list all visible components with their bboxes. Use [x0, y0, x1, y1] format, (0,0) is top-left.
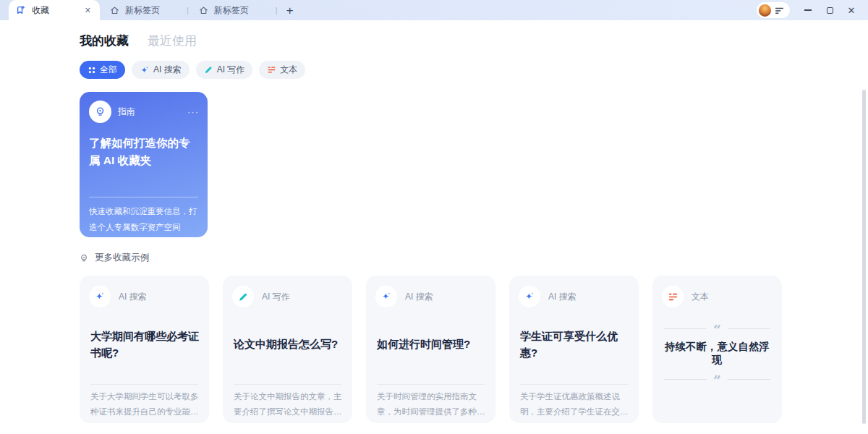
close-button[interactable]: ✕	[842, 1, 861, 19]
filter-text[interactable]: 文本	[259, 61, 305, 79]
card-title: 如何进行时间管理?	[377, 313, 486, 375]
grid-icon	[88, 66, 96, 75]
card-icon-circle	[89, 286, 111, 307]
tab-new-tab-1[interactable]: 新标签页	[100, 0, 187, 20]
tab-label: 新标签页	[214, 4, 249, 17]
collection-card-text[interactable]: 文本 “ 持续不断，意义自然浮现 ”	[652, 276, 782, 423]
minimize-icon	[804, 9, 812, 11]
card-type-label: AI 搜索	[548, 291, 576, 303]
guide-card-divider	[89, 197, 198, 197]
divider-line	[664, 328, 707, 329]
guide-card-title: 了解如何打造你的专属 AI 收藏夹	[89, 135, 199, 169]
filter-label: 全部	[100, 64, 117, 76]
menu-icon[interactable]	[775, 6, 784, 15]
quote-close-row: ”	[664, 375, 770, 383]
profile-menu[interactable]	[757, 2, 790, 18]
quote-block: “ 持续不断，意义自然浮现 ”	[664, 325, 770, 383]
card-description: 关于学生证优惠政策概述说明，主要介绍了学生证在交通、娱乐、...	[520, 389, 630, 420]
open-quote-icon: “	[713, 325, 721, 332]
tab-recently-used[interactable]: 最近使用	[148, 33, 197, 49]
browser-tab-bar: 收藏 ✕ 新标签页 | 新标签页 | +	[0, 0, 868, 20]
quote-text: 持续不断，意义自然浮现	[664, 341, 770, 367]
page-header: 我的收藏 最近使用	[80, 33, 197, 49]
new-tab-button[interactable]: +	[286, 4, 294, 17]
card-title: 大学期间有哪些必考证书呢?	[90, 313, 200, 375]
sparkle-icon	[140, 65, 150, 75]
avatar[interactable]	[759, 4, 771, 17]
divider-line	[664, 379, 707, 380]
card-divider	[90, 384, 198, 385]
minimize-button[interactable]	[799, 1, 817, 19]
window-controls: ✕	[799, 1, 861, 19]
text-lines-icon	[668, 292, 678, 302]
card-divider	[234, 384, 341, 385]
filter-label: AI 搜索	[153, 64, 182, 76]
collection-card[interactable]: AI 写作 论文中期报告怎么写? 关于论文中期报告的文章，主要介绍了撰写论文中期…	[223, 276, 352, 423]
section-title: 更多收藏示例	[95, 252, 149, 264]
divider-line	[728, 379, 770, 380]
lightbulb-outline-icon	[79, 253, 89, 263]
card-header: AI 写作	[223, 276, 352, 307]
tab-label: 新标签页	[125, 4, 160, 17]
guide-badge-circle	[89, 101, 111, 123]
card-header: AI 搜索	[509, 276, 639, 307]
pen-icon	[204, 65, 213, 75]
divider-line	[728, 328, 770, 329]
card-type-label: AI 写作	[262, 291, 290, 303]
card-header: AI 搜索	[80, 276, 209, 307]
card-type-label: AI 搜索	[405, 291, 433, 303]
card-title: 学生证可享受什么优惠?	[520, 313, 629, 375]
card-type-label: 文本	[692, 291, 709, 303]
card-description: 关于时间管理的实用指南文章，为时间管理提供了多种方法和技巧...	[377, 389, 487, 420]
card-divider	[377, 384, 485, 385]
pen-icon	[238, 292, 249, 302]
more-options-icon[interactable]: ···	[187, 106, 199, 117]
guide-badge-label: 指南	[118, 106, 135, 118]
close-quote-icon: ”	[713, 375, 721, 383]
sparkle-icon	[380, 291, 392, 302]
card-description: 关于论文中期报告的文章，主要介绍了撰写论文中期报告的目的、...	[234, 389, 344, 420]
collection-card[interactable]: AI 搜索 大学期间有哪些必考证书呢? 关于大学期间学生可以考取多种证书来提升自…	[80, 276, 209, 423]
maximize-icon	[827, 7, 833, 14]
card-header: AI 搜索	[366, 276, 495, 307]
sparkle-icon	[94, 291, 106, 302]
card-header: 文本	[652, 276, 782, 307]
card-icon-circle	[375, 286, 397, 307]
tab-divider: |	[276, 6, 278, 14]
card-icon-circle	[232, 286, 254, 307]
filter-ai-search[interactable]: AI 搜索	[132, 61, 190, 79]
filter-label: 文本	[280, 64, 297, 76]
example-cards: AI 搜索 大学期间有哪些必考证书呢? 关于大学期间学生可以考取多种证书来提升自…	[80, 276, 782, 423]
card-type-label: AI 搜索	[119, 291, 147, 303]
text-lines-icon	[267, 65, 276, 75]
filter-label: AI 写作	[217, 64, 245, 76]
filter-all[interactable]: 全部	[80, 61, 125, 79]
lightbulb-icon	[94, 106, 106, 118]
bookmark-icon	[16, 5, 26, 15]
sparkle-icon	[524, 291, 535, 302]
home-icon	[199, 6, 208, 15]
card-description: 关于大学期间学生可以考取多种证书来提升自己的专业能力和就业...	[90, 389, 200, 420]
scrollbar[interactable]	[862, 90, 866, 424]
guide-card-description: 快速收藏和沉淀重要信息，打造个人专属数字资产空间	[89, 204, 200, 236]
card-icon-circle	[662, 286, 684, 307]
tab-close-icon[interactable]: ✕	[83, 5, 93, 16]
page-title[interactable]: 我的收藏	[80, 33, 129, 49]
tab-label: 收藏	[32, 4, 77, 17]
card-icon-circle	[519, 286, 540, 307]
home-icon	[110, 6, 119, 15]
card-title: 论文中期报告怎么写?	[234, 313, 343, 375]
maximize-button[interactable]	[820, 1, 839, 19]
quote-open-row: “	[664, 325, 770, 332]
collection-card[interactable]: AI 搜索 学生证可享受什么优惠? 关于学生证优惠政策概述说明，主要介绍了学生证…	[509, 276, 639, 423]
tab-favorites[interactable]: 收藏 ✕	[9, 0, 100, 20]
filter-chips: 全部 AI 搜索 AI 写作 文本	[80, 61, 305, 79]
guide-card-header: 指南 ···	[80, 92, 208, 123]
collection-card[interactable]: AI 搜索 如何进行时间管理? 关于时间管理的实用指南文章，为时间管理提供了多种…	[366, 276, 495, 423]
tabbar-right-controls: ✕	[757, 0, 868, 20]
examples-section-header: 更多收藏示例	[79, 252, 149, 264]
card-divider	[520, 384, 628, 385]
guide-card[interactable]: 指南 ··· 了解如何打造你的专属 AI 收藏夹 快速收藏和沉淀重要信息，打造个…	[80, 92, 208, 237]
filter-ai-writing[interactable]: AI 写作	[196, 61, 253, 79]
tab-new-tab-2[interactable]: 新标签页	[189, 0, 276, 20]
